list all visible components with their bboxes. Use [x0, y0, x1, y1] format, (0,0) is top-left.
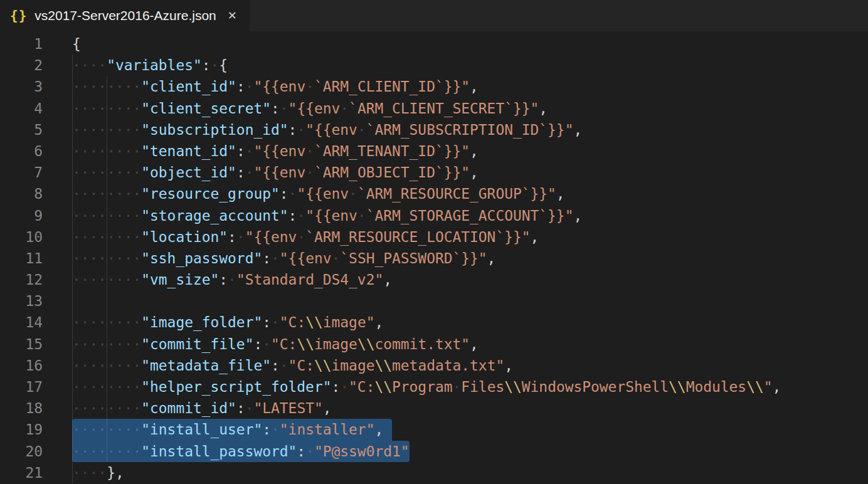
code-token: ": [764, 379, 773, 395]
code-line[interactable]: 3········"client_id":·"{{env·`ARM_CLIENT…: [0, 76, 868, 97]
tab-vs2017-server2016-azure-json[interactable]: {} vs2017-Server2016-Azure.json ✕: [0, 0, 250, 31]
code-token: :: [271, 357, 280, 374]
code-token: \\: [504, 379, 522, 395]
code-line[interactable]: 18········"commit_id":·"LATEST",: [0, 397, 868, 419]
code-token: ,: [470, 164, 479, 181]
code-line[interactable]: 10········"location":·"{{env·`ARM_RESOUR…: [0, 226, 868, 248]
line-number[interactable]: 17: [0, 376, 43, 397]
whitespace-dots: ········: [72, 208, 141, 224]
code-line[interactable]: 9········"storage_account":·"{{env·`ARM_…: [0, 205, 868, 226]
code-token: \\: [746, 379, 764, 395]
code-line-content[interactable]: ········"install_user":·"installer",: [72, 419, 392, 440]
whitespace-dots: ·: [280, 100, 288, 117]
line-number[interactable]: 1: [0, 33, 43, 55]
code-token: "metadata_file": [141, 357, 271, 374]
whitespace-dots: ········: [72, 186, 141, 202]
line-number[interactable]: 4: [0, 98, 43, 119]
whitespace-dots: ·: [305, 164, 314, 181]
code-line-content[interactable]: ········"object_id":·"{{env·`ARM_OBJECT_…: [72, 162, 479, 183]
code-line[interactable]: 20········"install_password":·"P@ssw0rd1…: [0, 441, 868, 462]
line-number[interactable]: 15: [0, 334, 43, 355]
line-number[interactable]: 21: [0, 462, 43, 483]
code-line[interactable]: 19········"install_user":·"installer",: [0, 419, 868, 440]
whitespace-dots: ·: [271, 250, 280, 266]
code-token: :: [280, 186, 288, 202]
whitespace-dots: ········: [72, 100, 141, 117]
line-number[interactable]: 2: [0, 55, 43, 76]
code-line-content[interactable]: ········"helper_script_folder":·"C:\\Pro…: [72, 376, 781, 397]
code-line-content[interactable]: ····"variables":·{: [72, 55, 228, 76]
whitespace-dots: ········: [72, 443, 141, 460]
code-line-content[interactable]: ········"commit_file":·"C:\\image\\commi…: [72, 334, 479, 355]
code-token: :: [288, 208, 297, 224]
code-token: "LATEST": [253, 400, 322, 416]
code-line[interactable]: 17········"helper_script_folder":·"C:\\P…: [0, 376, 868, 397]
code-line[interactable]: 5········"subscription_id":·"{{env·`ARM_…: [0, 119, 868, 140]
code-token: "{{env: [288, 100, 341, 117]
code-line-content[interactable]: ········"ssh_password":·"{{env·`SSH_PASS…: [72, 248, 495, 269]
code-token: `ARM_STORAGE_ACCOUNT`}}": [366, 208, 574, 224]
whitespace-dots: ·: [280, 357, 288, 374]
whitespace-dots: ········: [72, 250, 141, 266]
code-line-content[interactable]: ········"commit_id":·"LATEST",: [72, 397, 332, 419]
code-line-content[interactable]: ········"storage_account":·"{{env·`ARM_S…: [72, 205, 582, 226]
code-line[interactable]: 12········"vm_size":·"Standard_DS4_v2",: [0, 269, 868, 290]
close-icon[interactable]: ✕: [228, 10, 237, 21]
code-line[interactable]: 21····},: [0, 462, 868, 483]
line-number[interactable]: 18: [0, 397, 43, 419]
code-line-content[interactable]: ········"client_secret":·"{{env·`ARM_CLI…: [72, 98, 548, 119]
code-token: `ARM_RESOURCE_LOCATION`}}": [305, 229, 530, 245]
code-line[interactable]: 2····"variables":·{: [0, 55, 868, 76]
line-number[interactable]: 8: [0, 183, 43, 204]
line-number[interactable]: 11: [0, 248, 43, 269]
code-line-content[interactable]: ········"location":·"{{env·`ARM_RESOURCE…: [72, 226, 539, 248]
code-line[interactable]: 8········"resource_group":·"{{env·`ARM_R…: [0, 183, 868, 204]
code-line-content[interactable]: ········"install_password":·"P@ssw0rd1": [72, 441, 410, 462]
whitespace-dots: ·: [245, 78, 254, 95]
code-line[interactable]: 1{: [0, 33, 868, 55]
code-line[interactable]: 14········"image_folder":·"C:\\image",: [0, 312, 868, 333]
line-number[interactable]: 10: [0, 226, 43, 248]
code-line-content[interactable]: ········"image_folder":·"C:\\image",: [72, 312, 383, 333]
line-number[interactable]: 5: [0, 119, 43, 140]
code-line-content[interactable]: ········"resource_group":·"{{env·`ARM_RE…: [72, 183, 565, 204]
code-token: :: [219, 271, 228, 288]
code-token: "client_secret": [141, 100, 271, 117]
line-number[interactable]: 13: [0, 290, 43, 312]
code-line[interactable]: 7········"object_id":·"{{env·`ARM_OBJECT…: [0, 162, 868, 183]
code-line-content[interactable]: {: [72, 33, 81, 55]
whitespace-dots: ········: [72, 357, 141, 374]
code-token: :: [253, 336, 262, 352]
line-number[interactable]: 6: [0, 140, 43, 162]
code-line-content[interactable]: ········"subscription_id":·"{{env·`ARM_S…: [72, 119, 582, 140]
code-line-content[interactable]: ········"tenant_id":·"{{env·`ARM_TENANT_…: [72, 140, 479, 162]
line-number[interactable]: 9: [0, 205, 43, 226]
code-line-content[interactable]: ········"vm_size":·"Standard_DS4_v2",: [72, 269, 392, 290]
code-token: Modules: [686, 379, 746, 395]
whitespace-dots: ·: [245, 164, 254, 181]
line-number[interactable]: 14: [0, 312, 43, 333]
code-line[interactable]: 11········"ssh_password":·"{{env·`SSH_PA…: [0, 248, 868, 269]
line-number[interactable]: 20: [0, 441, 43, 462]
code-token: image: [332, 357, 375, 374]
code-token: ,: [470, 336, 479, 352]
code-line[interactable]: 6········"tenant_id":·"{{env·`ARM_TENANT…: [0, 140, 868, 162]
code-token: "{{env: [280, 250, 332, 266]
code-line[interactable]: 13: [0, 290, 868, 312]
code-token: ,: [487, 250, 496, 266]
code-line[interactable]: 4········"client_secret":·"{{env·`ARM_CL…: [0, 98, 868, 119]
line-number[interactable]: 3: [0, 76, 43, 97]
line-number[interactable]: 19: [0, 419, 43, 440]
code-line-content[interactable]: ········"metadata_file":·"C:\\image\\met…: [72, 355, 513, 376]
code-token: "tenant_id": [141, 143, 236, 159]
code-line[interactable]: 15········"commit_file":·"C:\\image\\com…: [0, 334, 868, 355]
code-line-content[interactable]: ····},: [72, 462, 124, 483]
code-token: ,: [374, 314, 383, 330]
whitespace-dots: ·: [340, 379, 349, 395]
code-editor[interactable]: 1{2····"variables":·{3········"client_id…: [0, 31, 868, 483]
line-number[interactable]: 12: [0, 269, 43, 290]
line-number[interactable]: 7: [0, 162, 43, 183]
code-line-content[interactable]: ········"client_id":·"{{env·`ARM_CLIENT_…: [72, 76, 479, 97]
code-line[interactable]: 16········"metadata_file":·"C:\\image\\m…: [0, 355, 868, 376]
line-number[interactable]: 16: [0, 355, 43, 376]
